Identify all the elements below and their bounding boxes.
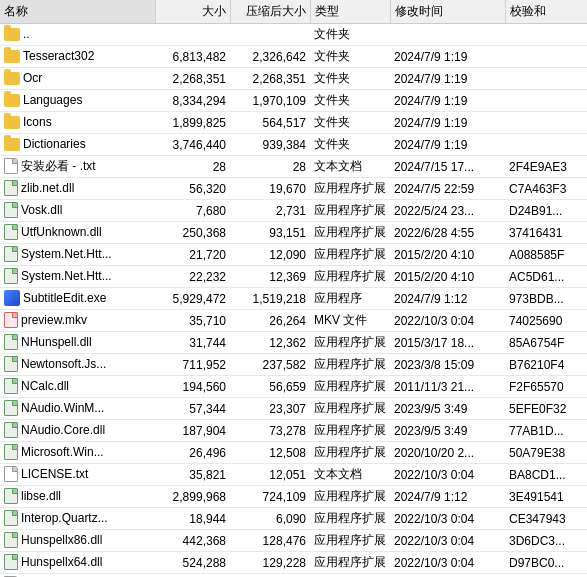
- table-row[interactable]: libse.dll2,899,968724,109应用程序扩展2024/7/9 …: [0, 486, 587, 508]
- table-row[interactable]: zlib.net.dll56,32019,670应用程序扩展2024/7/5 2…: [0, 178, 587, 200]
- file-compressed-cell: 12,508: [230, 442, 310, 464]
- file-checksum-cell: [505, 90, 587, 112]
- file-checksum-cell: D97BC0...: [505, 552, 587, 574]
- table-row[interactable]: NHunspell.dll31,74412,362应用程序扩展2015/3/17…: [0, 332, 587, 354]
- file-size-cell: 26,496: [155, 442, 230, 464]
- table-row[interactable]: Newtonsoft.Js...711,952237,582应用程序扩展2023…: [0, 354, 587, 376]
- file-type-cell: 应用程序扩展: [310, 486, 390, 508]
- table-row[interactable]: NCalc.dll194,56056,659应用程序扩展2011/11/3 21…: [0, 376, 587, 398]
- file-type-cell: 应用程序扩展: [310, 178, 390, 200]
- file-size-cell: 442,368: [155, 530, 230, 552]
- file-checksum-cell: CE347943: [505, 508, 587, 530]
- col-header-modified[interactable]: 修改时间: [390, 0, 505, 24]
- file-size-cell: 57,344: [155, 398, 230, 420]
- table-row[interactable]: NAudio.WinM...57,34423,307应用程序扩展2023/9/5…: [0, 398, 587, 420]
- file-type-cell: 应用程序扩展: [310, 244, 390, 266]
- table-row[interactable]: Languages8,334,2941,970,109文件夹2024/7/9 1…: [0, 90, 587, 112]
- file-name-label: System.Net.Htt...: [21, 247, 112, 261]
- table-row[interactable]: System.Net.Htt...22,23212,369应用程序扩展2015/…: [0, 266, 587, 288]
- table-row[interactable]: Hunspellx86.dll442,368128,476应用程序扩展2022/…: [0, 530, 587, 552]
- file-compressed-cell: 19,670: [230, 178, 310, 200]
- file-modified-cell: [390, 24, 505, 46]
- file-modified-cell: 2024/7/9 1:19: [390, 90, 505, 112]
- file-checksum-cell: D24B91...: [505, 200, 587, 222]
- col-header-size[interactable]: 大小: [155, 0, 230, 24]
- file-modified-cell: 2022/10/3 0:04: [390, 552, 505, 574]
- table-row[interactable]: NAudio.Core.dll187,90473,278应用程序扩展2023/9…: [0, 420, 587, 442]
- dll-icon: [4, 444, 18, 460]
- file-name-cell: Hunspellx86.dll: [0, 530, 155, 552]
- table-row[interactable]: Microsoft.Win...26,49612,508应用程序扩展2020/1…: [0, 442, 587, 464]
- table-row[interactable]: Hunspellx64.dll524,288129,228应用程序扩展2022/…: [0, 552, 587, 574]
- file-type-cell: 文件夹: [310, 112, 390, 134]
- table-row[interactable]: Ocr2,268,3512,268,351文件夹2024/7/9 1:19: [0, 68, 587, 90]
- file-compressed-cell: 128,476: [230, 530, 310, 552]
- file-type-cell: 文本文档: [310, 464, 390, 486]
- file-type-cell: 文件夹: [310, 134, 390, 156]
- table-row[interactable]: Icons1,899,825564,517文件夹2024/7/9 1:19: [0, 112, 587, 134]
- dll-icon: [4, 554, 18, 570]
- file-name-cell: NHunspell.dll: [0, 332, 155, 354]
- table-row[interactable]: preview.mkv35,71026,264MKV 文件2022/10/3 0…: [0, 310, 587, 332]
- file-name-label: Icons: [23, 115, 52, 129]
- file-name-label: Tesseract302: [23, 49, 94, 63]
- file-modified-cell: 2022/10/3 0:04: [390, 508, 505, 530]
- file-modified-cell: 2024/7/9 1:21: [390, 574, 505, 578]
- file-checksum-cell: 37416431: [505, 222, 587, 244]
- file-compressed-cell: 73,278: [230, 420, 310, 442]
- col-header-compressed[interactable]: 压缩后大小: [230, 0, 310, 24]
- dll-icon: [4, 488, 18, 504]
- col-header-checksum[interactable]: 校验和: [505, 0, 587, 24]
- file-compressed-cell: 12,051: [230, 464, 310, 486]
- table-row[interactable]: System.Net.Htt...21,72012,090应用程序扩展2015/…: [0, 244, 587, 266]
- file-name-label: Ocr: [23, 71, 42, 85]
- file-type-cell: 文件夹: [310, 90, 390, 112]
- file-checksum-cell: [505, 134, 587, 156]
- dll-icon: [4, 268, 18, 284]
- file-name-cell: preview.mkv: [0, 310, 155, 332]
- file-modified-cell: 2022/10/3 0:04: [390, 310, 505, 332]
- file-name-cell: Languages: [0, 90, 155, 112]
- file-name-label: NCalc.dll: [21, 379, 69, 393]
- table-row[interactable]: SubtitleEdit.exe5,929,4721,519,218应用程序20…: [0, 288, 587, 310]
- table-row[interactable]: Dictionaries3,746,440939,384文件夹2024/7/9 …: [0, 134, 587, 156]
- table-row[interactable]: Interop.Quartz...18,9446,090应用程序扩展2022/1…: [0, 508, 587, 530]
- folder-icon: [4, 138, 20, 151]
- file-name-cell: Hunspellx64.dll: [0, 552, 155, 574]
- file-checksum-cell: 2F4E9AE3: [505, 156, 587, 178]
- dll-icon: [4, 532, 18, 548]
- table-row[interactable]: UtfUnknown.dll250,36893,151应用程序扩展2022/6/…: [0, 222, 587, 244]
- file-checksum-cell: 74025690: [505, 310, 587, 332]
- table-row[interactable]: LICENSE.txt35,82112,051文本文档2022/10/3 0:0…: [0, 464, 587, 486]
- file-checksum-cell: [505, 46, 587, 68]
- file-type-cell: 应用程序扩展: [310, 222, 390, 244]
- table-row[interactable]: Tesseract3026,813,4822,326,642文件夹2024/7/…: [0, 46, 587, 68]
- file-modified-cell: 2024/7/15 17...: [390, 156, 505, 178]
- file-modified-cell: 2024/7/9 1:19: [390, 112, 505, 134]
- file-name-label: zlib.net.dll: [21, 181, 74, 195]
- table-row[interactable]: Vosk.dll7,6802,731应用程序扩展2022/5/24 23...D…: [0, 200, 587, 222]
- file-checksum-cell: B76210F4: [505, 354, 587, 376]
- dll-icon: [4, 334, 18, 350]
- dll-icon: [4, 202, 18, 218]
- file-size-cell: 56,320: [155, 178, 230, 200]
- file-name-label: SubtitleEdit.exe: [23, 291, 106, 305]
- file-size-cell: 250,368: [155, 222, 230, 244]
- file-type-cell: 应用程序扩展: [310, 442, 390, 464]
- file-compressed-cell: 1,970,109: [230, 90, 310, 112]
- file-compressed-cell: 2,268,351: [230, 68, 310, 90]
- file-type-cell: 应用程序扩展: [310, 376, 390, 398]
- col-header-name[interactable]: 名称: [0, 0, 155, 24]
- table-row[interactable]: 安装必看 - .txt2828文本文档2024/7/15 17...2F4E9A…: [0, 156, 587, 178]
- table-row[interactable]: ..文件夹: [0, 24, 587, 46]
- file-modified-cell: 2022/5/24 23...: [390, 200, 505, 222]
- file-name-label: Vosk.dll: [21, 203, 62, 217]
- file-size-cell: 35,821: [155, 464, 230, 486]
- col-header-type[interactable]: 类型: [310, 0, 390, 24]
- file-name-cell: Ocr: [0, 68, 155, 90]
- file-compressed-cell: 129,228: [230, 552, 310, 574]
- table-row[interactable]: Changelog.txt25,1258,195文本文档2024/7/9 1:2…: [0, 574, 587, 578]
- file-name-cell: libse.dll: [0, 486, 155, 508]
- file-type-cell: 文件夹: [310, 46, 390, 68]
- dll-icon: [4, 510, 18, 526]
